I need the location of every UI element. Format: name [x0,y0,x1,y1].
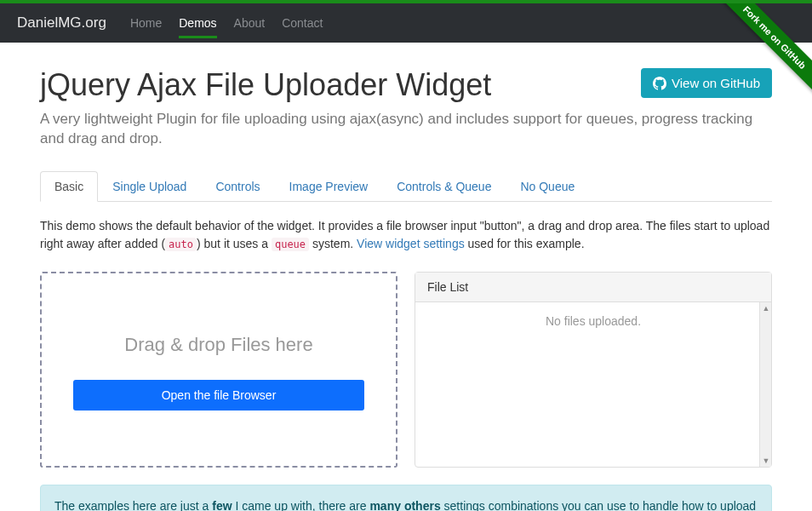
brand-logo[interactable]: DanielMG.org [17,14,106,32]
file-list-empty-text: No files uploaded. [546,314,641,328]
desc-text-3: system. [309,237,357,250]
tabs: Basic Single Upload Controls Image Previ… [40,171,772,202]
dropzone-column: Drag & drop Files here Open the file Bro… [40,272,397,468]
scroll-down-icon[interactable]: ▼ [760,455,771,467]
scrollbar[interactable]: ▲ ▼ [759,302,771,467]
tab-image-preview[interactable]: Image Preview [275,171,383,202]
tab-controls-queue[interactable]: Controls & Queue [382,171,506,202]
tab-controls[interactable]: Controls [201,171,274,202]
dropzone[interactable]: Drag & drop Files here Open the file Bro… [40,272,397,468]
alert-text-1: The examples here are just a [54,499,212,511]
subtitle: A very lightweight Plugin for file uploa… [40,109,772,150]
tab-no-queue[interactable]: No Queue [506,171,589,202]
navbar: DanielMG.org Home Demos About Contact Fo… [0,3,812,43]
alert-bold-2: many others [369,499,440,511]
nav-demos[interactable]: Demos [170,4,225,42]
demo-row: Drag & drop Files here Open the file Bro… [40,272,772,468]
nav-contact[interactable]: Contact [273,4,331,42]
fork-ribbon-label: Fork me on GitHub [713,3,812,99]
code-queue: queue [272,238,309,251]
nav-home[interactable]: Home [122,4,170,42]
demo-description: This demo shows the default behavior of … [40,217,772,253]
page-title: jQuery Ajax File Uploader Widget [40,68,491,102]
tab-single-upload[interactable]: Single Upload [98,171,201,202]
main-container: jQuery Ajax File Uploader Widget View on… [23,43,789,511]
desc-text-2: ) but it uses a [197,237,272,250]
header-row: jQuery Ajax File Uploader Widget View on… [40,68,772,102]
alert-text-2: I came up with, there are [232,499,370,511]
view-settings-link[interactable]: View widget settings [357,237,465,250]
github-icon [653,77,666,90]
code-auto: auto [165,238,197,251]
file-list-body: No files uploaded. ▲ ▼ [415,302,771,467]
nav-about[interactable]: About [226,4,274,42]
desc-text-4: used for this example. [465,237,585,250]
dropzone-label: Drag & drop Files here [124,334,312,356]
file-list-panel: File List No files uploaded. ▲ ▼ [415,272,772,468]
fork-ribbon[interactable]: Fork me on GitHub [701,3,812,114]
scroll-up-icon[interactable]: ▲ [760,302,771,314]
alert-bold-1: few [212,499,232,511]
filelist-column: File List No files uploaded. ▲ ▼ [415,272,772,468]
info-alert: The examples here are just a few I came … [40,485,772,511]
tab-basic[interactable]: Basic [40,171,98,202]
file-list-header: File List [415,273,771,302]
nav-links: Home Demos About Contact [122,4,332,42]
open-file-browser-button[interactable]: Open the file Browser [73,380,364,411]
